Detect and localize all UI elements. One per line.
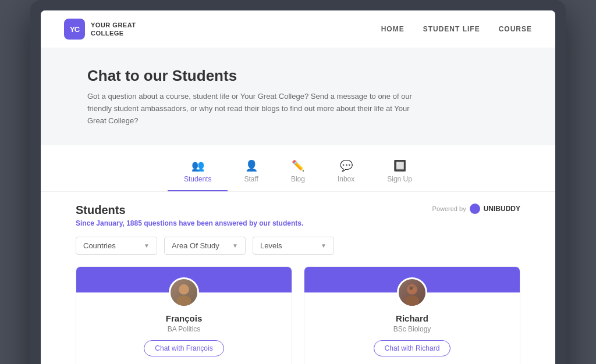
chevron-down-icon: ▼	[321, 242, 327, 249]
blog-tab-label: Blog	[291, 175, 305, 183]
students-tab-icon: 👥	[191, 159, 204, 172]
area-of-study-filter-label: Area Of Study	[172, 241, 219, 250]
countries-filter-label: Countries	[83, 241, 116, 250]
chat-button-francois[interactable]: Chat with François	[144, 340, 224, 356]
students-tab-label: Students	[184, 175, 211, 183]
hero-banner: Chat to our Students Got a question abou…	[41, 48, 555, 145]
card-body: François BA Politics Chat with François …	[76, 277, 292, 364]
tabs-bar: 👥 Students 👤 Staff ✏️ Blog 💬 Inbox 🔲 Sig…	[41, 145, 555, 192]
tab-students[interactable]: 👥 Students	[168, 154, 228, 191]
nav-course[interactable]: COURSE	[499, 25, 532, 33]
tab-signup[interactable]: 🔲 Sign Up	[371, 154, 428, 191]
chevron-down-icon: ▼	[232, 242, 238, 249]
levels-filter-label: Levels	[260, 241, 282, 250]
nav-home[interactable]: HOME	[381, 25, 405, 33]
student-name-richard: Richard	[316, 313, 508, 323]
svg-point-0	[179, 284, 189, 295]
staff-tab-label: Staff	[244, 175, 258, 183]
chat-button-richard[interactable]: Chat with Richard	[374, 340, 451, 356]
students-title: Students	[76, 204, 126, 217]
hero-title: Chat to our Students	[87, 67, 509, 85]
since-text: Since January, 1885 questions have been …	[76, 219, 520, 227]
signup-tab-icon: 🔲	[393, 159, 406, 172]
powered-by: Powered by UNIBUDDY	[432, 204, 520, 214]
avatar-richard	[397, 277, 427, 308]
area-of-study-filter[interactable]: Area Of Study ▼	[164, 237, 246, 255]
logo-name: YOUR GREAT COLLEGE	[91, 21, 136, 38]
staff-tab-icon: 👤	[245, 159, 258, 172]
chevron-down-icon: ▼	[144, 242, 150, 249]
avatar-wrap	[88, 277, 280, 308]
screen: YC YOUR GREAT COLLEGE HOME STUDENT LIFE …	[41, 10, 555, 364]
unibuddy-icon	[470, 204, 480, 214]
countries-filter[interactable]: Countries ▼	[76, 237, 157, 255]
student-degree-francois: BA Politics	[88, 325, 280, 333]
logo: YC YOUR GREAT COLLEGE	[64, 19, 136, 40]
nav-student-life[interactable]: STUDENT LIFE	[423, 25, 480, 33]
laptop-frame: YC YOUR GREAT COLLEGE HOME STUDENT LIFE …	[30, 0, 566, 364]
student-cards-grid: François BA Politics Chat with François …	[76, 266, 520, 364]
student-card-francois: François BA Politics Chat with François …	[76, 266, 292, 364]
student-degree-richard: BSc Biology	[316, 325, 508, 333]
svg-rect-5	[409, 287, 416, 288]
nav-links: HOME STUDENT LIFE COURSE	[381, 25, 532, 33]
svg-point-1	[177, 296, 191, 306]
card-body: Richard BSc Biology Chat with Richard I …	[304, 277, 520, 364]
inbox-tab-label: Inbox	[338, 175, 354, 183]
unibuddy-brand: UNIBUDDY	[484, 205, 520, 213]
tab-inbox[interactable]: 💬 Inbox	[321, 154, 371, 191]
navigation: YC YOUR GREAT COLLEGE HOME STUDENT LIFE …	[41, 10, 555, 48]
svg-point-3	[405, 296, 420, 306]
avatar-wrap	[316, 277, 508, 308]
logo-icon: YC	[64, 19, 85, 40]
student-name-francois: François	[88, 313, 280, 323]
inbox-tab-icon: 💬	[340, 159, 353, 172]
questions-count: 1885 questions	[126, 219, 177, 227]
blog-tab-icon: ✏️	[292, 159, 304, 172]
powered-by-label: Powered by	[432, 205, 466, 212]
avatar-image	[399, 277, 425, 308]
filters-row: Countries ▼ Area Of Study ▼ Levels ▼	[76, 237, 520, 255]
students-section: Students Powered by UNIBUDDY Since Janua…	[41, 192, 555, 364]
hero-description: Got a question about a course, student l…	[87, 91, 413, 127]
tab-blog[interactable]: ✏️ Blog	[275, 154, 321, 191]
student-card-richard: Richard BSc Biology Chat with Richard I …	[304, 266, 520, 364]
avatar-francois	[169, 277, 199, 308]
students-header: Students Powered by UNIBUDDY	[76, 204, 520, 217]
tab-staff[interactable]: 👤 Staff	[228, 154, 274, 191]
levels-filter[interactable]: Levels ▼	[253, 237, 334, 255]
avatar-image	[171, 277, 197, 308]
signup-tab-label: Sign Up	[387, 175, 412, 183]
